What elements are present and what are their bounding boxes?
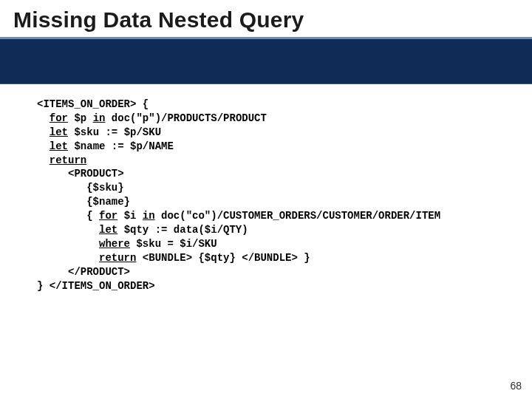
code-block: <ITEMS_ON_ORDER> { for $p in doc("p")/PR… (0, 84, 532, 293)
code-line: } </ITEMS_ON_ORDER> (37, 280, 155, 292)
kw-for: for (99, 210, 117, 222)
code-line: <ITEMS_ON_ORDER> { (37, 98, 149, 110)
kw-in: in (93, 112, 106, 124)
code-text: doc("p")/PRODUCTS/PRODUCT (105, 112, 266, 124)
code-text: $sku := $p/SKU (68, 126, 161, 138)
code-text (37, 238, 99, 250)
kw-for: for (50, 112, 68, 124)
kw-let: let (50, 140, 68, 152)
code-text: $name := $p/NAME (68, 140, 174, 152)
code-line: <PRODUCT> (37, 168, 124, 180)
code-text: $i (117, 210, 143, 222)
code-text: $sku = $i/SKU (130, 238, 217, 250)
code-line: </PRODUCT> (37, 266, 130, 278)
code-line: {$name} (37, 196, 130, 208)
kw-in: in (143, 210, 155, 222)
slide: Missing Data Nested Query <ITEMS_ON_ORDE… (0, 0, 532, 399)
code-text: <BUNDLE> {$qty} </BUNDLE> } (136, 252, 310, 264)
title-bar: Missing Data Nested Query (0, 0, 532, 37)
code-text (37, 252, 99, 264)
kw-let: let (99, 224, 117, 236)
code-text: $p (68, 112, 93, 124)
page-number: 68 (510, 380, 522, 392)
code-line: {$sku} (37, 182, 124, 194)
code-text: doc("co")/CUSTOMER_ORDERS/CUSTOMER/ORDER… (155, 210, 440, 222)
kw-where: where (99, 238, 130, 250)
kw-return: return (50, 154, 86, 166)
code-text: $qty := data($i/QTY) (117, 224, 248, 236)
kw-return: return (99, 252, 136, 264)
kw-let: let (50, 126, 68, 138)
code-text: { (37, 210, 99, 222)
slide-title: Missing Data Nested Query (13, 7, 532, 33)
code-text (37, 224, 99, 236)
header-band (0, 37, 532, 84)
